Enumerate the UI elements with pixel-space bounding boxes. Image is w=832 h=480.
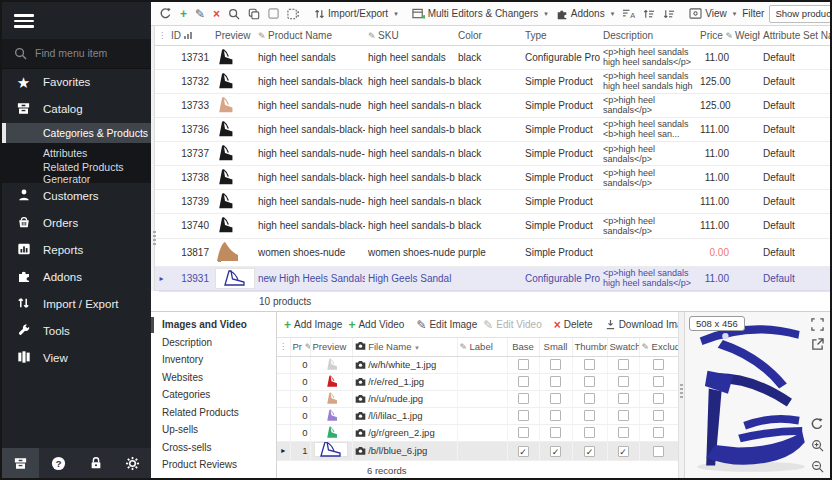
menu-toggle-button[interactable] — [2, 2, 151, 39]
column-header-file-name[interactable]: File Name ▼ — [352, 338, 457, 356]
column-header-weight[interactable]: Weight — [732, 26, 760, 45]
sidebar-item-related-products-generator[interactable]: Related Products Generator — [2, 163, 151, 183]
edit-image-button[interactable]: ✎ Edit Image — [413, 315, 480, 335]
column-header-label[interactable]: ✎ Label — [457, 338, 507, 356]
table-row[interactable]: 13731high heel sandalshigh heel sandalsb… — [155, 45, 830, 69]
sidebar-item-attributes[interactable]: Attributes — [2, 143, 151, 163]
edit-button[interactable]: ✎ — [191, 4, 209, 24]
sidebar-item-view[interactable]: View — [2, 345, 151, 372]
column-header-price[interactable]: Price ✎ — [697, 26, 732, 45]
checkbox[interactable] — [653, 446, 664, 457]
image-row[interactable]: 0 /g/r/green_2.jpg — [277, 424, 678, 441]
add-button[interactable]: + — [176, 4, 191, 24]
tree-splitter[interactable] — [151, 26, 155, 291]
sidebar-item-favorites[interactable]: ★Favorites — [2, 69, 151, 96]
tab-description[interactable]: Description — [151, 334, 276, 352]
catalog-icon[interactable] — [2, 448, 39, 478]
checkbox[interactable] — [550, 393, 561, 404]
checkbox[interactable] — [618, 427, 629, 438]
tab-images-and-video[interactable]: Images and Video — [151, 316, 276, 334]
checkbox[interactable]: ✓ — [584, 446, 595, 457]
image-row[interactable]: 0 /n/u/nude.jpg — [277, 390, 678, 407]
multi-editors-button[interactable]: Multi Editors & Changers — [408, 4, 552, 24]
sidebar-item-import-export[interactable]: Import / Export — [2, 291, 151, 318]
checkbox[interactable] — [584, 393, 595, 404]
checkbox[interactable] — [550, 410, 561, 421]
tab-categories[interactable]: Categories — [151, 386, 276, 404]
refresh-button[interactable] — [155, 4, 176, 24]
select-button[interactable] — [264, 4, 283, 24]
column-header-preview[interactable]: Preview — [310, 338, 352, 356]
column-header-thumbna[interactable]: Thumbna — [572, 338, 607, 356]
checkbox[interactable] — [584, 410, 595, 421]
expand-sort-button[interactable] — [639, 4, 659, 24]
table-row[interactable]: 13733high heel sandals-nudehigh heel san… — [155, 93, 830, 117]
checkbox[interactable] — [518, 393, 529, 404]
checkbox[interactable] — [518, 376, 529, 387]
search-button[interactable] — [224, 4, 244, 24]
image-row[interactable]: 0 /l/i/lilac_1.jpg — [277, 407, 678, 424]
checkbox[interactable]: ✓ — [518, 446, 529, 457]
sidebar-item-addons[interactable]: Addons — [2, 264, 151, 291]
checkbox[interactable] — [550, 376, 561, 387]
tab-websites[interactable]: Websites — [151, 369, 276, 387]
rotate-icon[interactable] — [809, 416, 825, 432]
column-header-color[interactable]: Color — [455, 26, 522, 45]
addons-button[interactable]: Addons — [552, 4, 618, 24]
checkbox[interactable] — [653, 359, 664, 370]
column-header-row-marker[interactable]: ⋮ — [155, 26, 168, 45]
column-header-swatch[interactable]: Swatch — [607, 338, 639, 356]
checkbox[interactable] — [653, 427, 664, 438]
tab-product-reviews[interactable]: Product Reviews — [151, 456, 276, 474]
column-header-exclude[interactable]: ✎ Exclude — [639, 338, 678, 356]
tab-related-products[interactable]: Related Products — [151, 404, 276, 422]
column-header-type[interactable]: Type — [522, 26, 600, 45]
column-header-base[interactable]: Base — [507, 338, 539, 356]
preview-splitter[interactable] — [678, 312, 685, 478]
checkbox[interactable] — [618, 376, 629, 387]
checkbox[interactable] — [653, 410, 664, 421]
sidebar-item-catalog[interactable]: Catalog — [2, 96, 151, 123]
checkbox[interactable] — [584, 376, 595, 387]
checkbox[interactable] — [584, 359, 595, 370]
column-header-small[interactable]: Small — [539, 338, 572, 356]
lock-icon[interactable] — [77, 448, 114, 478]
table-row[interactable]: 13736high heel sandals-black-36high heel… — [155, 117, 830, 141]
checkbox[interactable] — [584, 427, 595, 438]
sidebar-search[interactable]: Find menu item — [2, 39, 151, 69]
image-row[interactable]: 0 /r/e/red_1.jpg — [277, 373, 678, 390]
filter-select[interactable]: Show products from selected categories ▾ — [769, 5, 832, 23]
sidebar-item-reports[interactable]: Reports — [2, 237, 151, 264]
gear-icon[interactable] — [114, 448, 151, 478]
column-header-sku[interactable]: ✎ SKU — [365, 26, 455, 45]
table-row[interactable]: 13737high heel sandals-nude-36high heel … — [155, 142, 830, 166]
copy-button[interactable] — [244, 4, 264, 24]
zoom-out-icon[interactable] — [809, 458, 825, 474]
checkbox[interactable] — [618, 410, 629, 421]
sidebar-item-orders[interactable]: Orders — [2, 210, 151, 237]
table-row[interactable]: 13738high heel sandals-black-37high heel… — [155, 166, 830, 190]
checkbox[interactable] — [518, 427, 529, 438]
checkbox[interactable] — [653, 393, 664, 404]
checkbox[interactable] — [518, 359, 529, 370]
checkbox[interactable]: ✓ — [550, 446, 561, 457]
collapse-sort-button[interactable] — [659, 4, 679, 24]
tab-inventory[interactable]: Inventory — [151, 351, 276, 369]
table-row[interactable]: 13732high heel sandals-blackhigh heel sa… — [155, 69, 830, 93]
checkbox[interactable]: ✓ — [618, 446, 629, 457]
sidebar-item-categories-products[interactable]: Categories & Products — [2, 123, 151, 143]
column-header-preview[interactable]: Preview — [212, 26, 255, 45]
checkbox[interactable] — [550, 427, 561, 438]
table-row[interactable]: 13740high heel sandals-black-38high heel… — [155, 214, 830, 238]
zoom-in-icon[interactable] — [809, 437, 825, 453]
sidebar-item-tools[interactable]: Tools — [2, 318, 151, 345]
fit-screen-icon[interactable] — [809, 316, 825, 332]
checkbox[interactable] — [550, 359, 561, 370]
checkbox[interactable] — [518, 410, 529, 421]
open-external-icon[interactable] — [809, 336, 825, 352]
column-header-pr[interactable]: Pr ✎ — [290, 338, 310, 356]
image-row[interactable]: ▸1 /b/l/blue_6.jpg✓✓✓✓ — [277, 441, 678, 461]
column-header-id[interactable]: ID — [168, 26, 212, 45]
column-header-product-name[interactable]: ✎ Product Name — [255, 26, 365, 45]
checkbox[interactable] — [653, 376, 664, 387]
